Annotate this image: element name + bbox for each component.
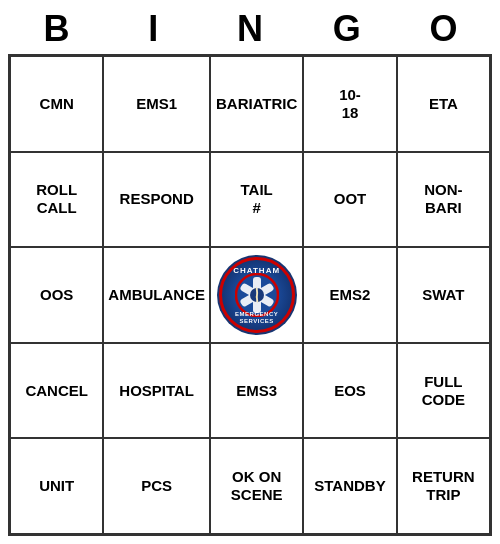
cell-r1c1[interactable]: RESPOND <box>103 152 210 248</box>
cell-r4c0[interactable]: UNIT <box>10 438 103 534</box>
cell-r2c1[interactable]: AMBULANCE <box>103 247 210 343</box>
cell-r1c0[interactable]: ROLL CALL <box>10 152 103 248</box>
cell-r0c1[interactable]: EMS1 <box>103 56 210 152</box>
cell-r1c4[interactable]: NON- BARI <box>397 152 490 248</box>
bingo-header: B I N G O <box>8 8 492 50</box>
cell-r4c4[interactable]: RETURN TRIP <box>397 438 490 534</box>
logo-bottom-text: EMERGENCY SERVICES <box>222 311 292 325</box>
cell-r3c1[interactable]: HOSPITAL <box>103 343 210 439</box>
cell-r0c4[interactable]: ETA <box>397 56 490 152</box>
cell-r2c3[interactable]: EMS2 <box>303 247 396 343</box>
cell-r1c2[interactable]: TAIL # <box>210 152 303 248</box>
bingo-grid: CMN EMS1 BARIATRIC 10- 18 ETA ROLL CALL … <box>8 54 492 536</box>
cell-r0c3[interactable]: 10- 18 <box>303 56 396 152</box>
cell-r0c0[interactable]: CMN <box>10 56 103 152</box>
chatham-logo: CHATHAM EMERGENCY SERVICES <box>217 255 297 335</box>
cell-r0c2[interactable]: BARIATRIC <box>210 56 303 152</box>
cell-r3c4[interactable]: FULL CODE <box>397 343 490 439</box>
cell-center: CHATHAM EMERGENCY SERVICES <box>210 247 303 343</box>
header-g: G <box>302 8 392 50</box>
header-n: N <box>205 8 295 50</box>
header-i: I <box>108 8 198 50</box>
cell-r3c0[interactable]: CANCEL <box>10 343 103 439</box>
logo-top-text: CHATHAM <box>233 266 280 276</box>
cell-r2c0[interactable]: OOS <box>10 247 103 343</box>
cell-r4c3[interactable]: STANDBY <box>303 438 396 534</box>
header-b: B <box>11 8 101 50</box>
cell-r4c1[interactable]: PCS <box>103 438 210 534</box>
cell-r3c2[interactable]: EMS3 <box>210 343 303 439</box>
cell-r4c2[interactable]: OK ON SCENE <box>210 438 303 534</box>
cell-r1c3[interactable]: OOT <box>303 152 396 248</box>
cell-r3c3[interactable]: EOS <box>303 343 396 439</box>
cell-r2c4[interactable]: SWAT <box>397 247 490 343</box>
header-o: O <box>399 8 489 50</box>
